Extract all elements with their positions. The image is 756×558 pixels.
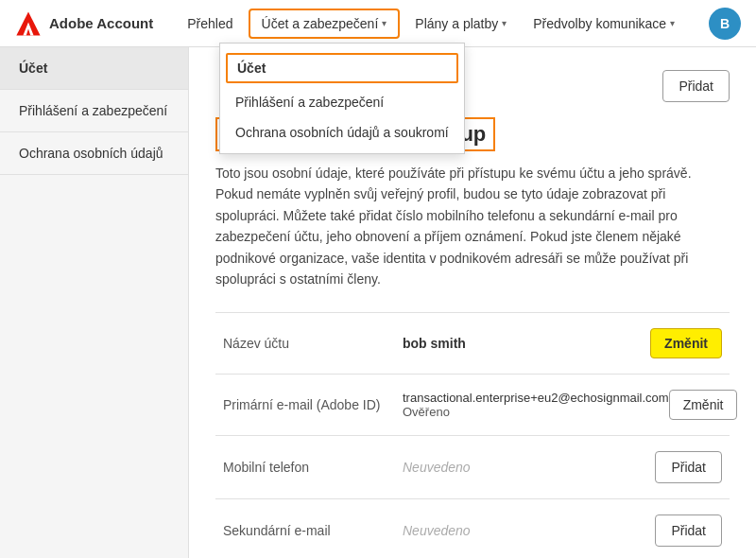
header: Adobe Account Přehled Účet a zabezpečení… [0, 0, 756, 47]
main-nav: Přehled Účet a zabezpečení ▾ Plány a pla… [176, 9, 709, 39]
info-table: Název účtu bob smith Změnit Primární e-m… [215, 312, 730, 558]
section-description: Toto jsou osobní údaje, které používáte … [215, 163, 730, 289]
row-label-email: Primární e-mail (Adobe ID) [223, 397, 403, 412]
dropdown-item-ochrana[interactable]: Ochrana osobních údajů a soukromí [220, 117, 464, 148]
row-value-nazev: bob smith [403, 336, 650, 351]
sidebar: Účet Přihlášení a zabezpečení Ochrana os… [0, 47, 189, 558]
adobe-logo-icon [15, 10, 42, 37]
chevron-down-icon: ▾ [670, 18, 675, 28]
chevron-down-icon: ▾ [502, 18, 507, 28]
row-label-mobil: Mobilní telefon [223, 460, 403, 475]
nav-item-prehled[interactable]: Přehled [176, 10, 244, 37]
dropdown-item-ucet[interactable]: Účet [226, 53, 458, 83]
sidebar-item-ucet[interactable]: Účet [0, 47, 188, 90]
nav-item-predvolby[interactable]: Předvolby komunikace ▾ [522, 10, 686, 37]
sidebar-item-ochrana[interactable]: Ochrana osobních údajů [0, 132, 188, 175]
change-button-email[interactable]: Změnit [669, 390, 738, 420]
dropdown-item-prihlaseni[interactable]: Přihlášení a zabezpečení [220, 87, 464, 117]
table-row: Mobilní telefon Neuvedeno Přidat [215, 435, 730, 498]
row-label-nazev: Název účtu [223, 336, 403, 351]
change-button-nazev[interactable]: Změnit [650, 328, 722, 358]
table-row: Název účtu bob smith Změnit [215, 312, 730, 374]
row-value-sekundarni: Neuvedeno [403, 523, 655, 538]
ucet-dropdown: Účet Přihlášení a zabezpečení Ochrana os… [219, 43, 465, 154]
add-button[interactable]: Přidat [662, 70, 730, 102]
nav-item-plany[interactable]: Plány a platby ▾ [404, 10, 518, 37]
add-button-mobil[interactable]: Přidat [655, 451, 722, 483]
app-logo: Adobe Account [15, 10, 153, 37]
add-button-sekundarni[interactable]: Přidat [655, 514, 722, 547]
sidebar-item-prihlaseni[interactable]: Přihlášení a zabezpečení [0, 90, 188, 132]
nav-item-ucet-zabezpeceni[interactable]: Účet a zabezpečení ▾ [249, 9, 401, 39]
row-value-email: transactional.enterprise+eu2@echosignmai… [403, 391, 669, 419]
row-label-sekundarni: Sekundární e-mail [223, 523, 403, 538]
verified-label: Ověřeno [403, 405, 669, 419]
table-row: Primární e-mail (Adobe ID) transactional… [215, 374, 730, 435]
chevron-down-icon: ▾ [382, 18, 387, 28]
row-value-mobil: Neuvedeno [403, 460, 655, 475]
app-title: Adobe Account [49, 15, 153, 31]
table-row: Sekundární e-mail Neuvedeno Přidat [215, 498, 730, 558]
user-avatar[interactable]: B [709, 8, 741, 40]
